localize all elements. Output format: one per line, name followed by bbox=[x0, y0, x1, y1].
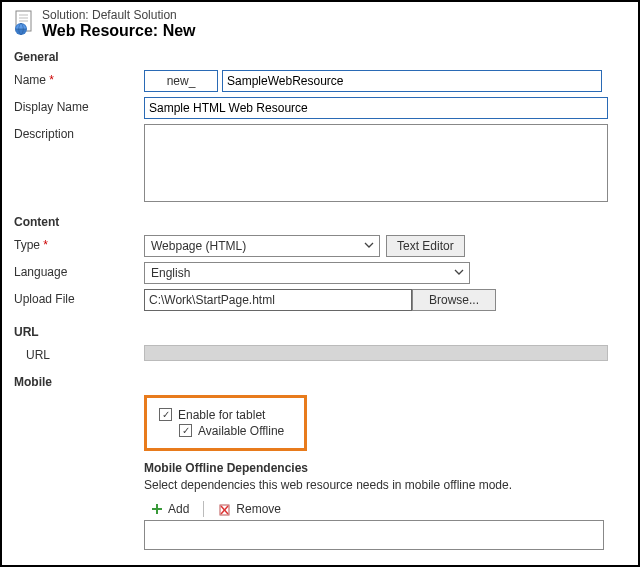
deps-list[interactable] bbox=[144, 520, 604, 550]
name-prefix[interactable]: new_ bbox=[144, 70, 218, 92]
mobile-deps-heading: Mobile Offline Dependencies bbox=[144, 461, 626, 475]
upload-file-label: Upload File bbox=[14, 289, 144, 309]
section-url: URL bbox=[14, 325, 626, 339]
solution-label: Solution: Default Solution bbox=[42, 8, 196, 22]
available-offline-checkbox[interactable]: ✓ bbox=[179, 424, 192, 437]
section-general: General bbox=[14, 50, 626, 64]
type-select[interactable]: Webpage (HTML) bbox=[144, 235, 380, 257]
deps-toolbar: Add Remove bbox=[144, 498, 626, 520]
section-mobile: Mobile bbox=[14, 375, 626, 389]
browse-button[interactable]: Browse... bbox=[412, 289, 496, 311]
type-label: Type * bbox=[14, 235, 144, 255]
url-label: URL bbox=[14, 345, 144, 365]
toolbar-separator bbox=[203, 501, 204, 517]
mobile-deps-hint: Select dependencies this web resource ne… bbox=[144, 478, 626, 492]
display-name-label: Display Name bbox=[14, 97, 144, 117]
text-editor-button[interactable]: Text Editor bbox=[386, 235, 465, 257]
web-resource-form: Solution: Default Solution Web Resource:… bbox=[0, 0, 640, 567]
remove-button[interactable]: Remove bbox=[212, 501, 287, 517]
description-input[interactable] bbox=[144, 124, 608, 202]
url-value bbox=[144, 345, 608, 361]
page-title: Web Resource: New bbox=[42, 22, 196, 40]
header: Solution: Default Solution Web Resource:… bbox=[14, 8, 626, 40]
language-select[interactable]: English bbox=[144, 262, 470, 284]
document-globe-icon bbox=[14, 10, 36, 36]
available-offline-label: Available Offline bbox=[198, 424, 284, 438]
remove-icon bbox=[218, 502, 232, 516]
mobile-highlight-box: ✓ Enable for tablet ✓ Available Offline bbox=[144, 395, 307, 451]
plus-icon bbox=[150, 502, 164, 516]
name-label: Name * bbox=[14, 70, 144, 90]
svg-rect-7 bbox=[152, 508, 162, 510]
name-input[interactable] bbox=[222, 70, 602, 92]
description-label: Description bbox=[14, 124, 144, 144]
display-name-input[interactable] bbox=[144, 97, 608, 119]
add-button[interactable]: Add bbox=[144, 501, 195, 517]
language-label: Language bbox=[14, 262, 144, 282]
enable-tablet-checkbox[interactable]: ✓ bbox=[159, 408, 172, 421]
upload-path-field[interactable]: C:\Work\StartPage.html bbox=[144, 289, 412, 311]
section-content: Content bbox=[14, 215, 626, 229]
enable-tablet-label: Enable for tablet bbox=[178, 408, 265, 422]
